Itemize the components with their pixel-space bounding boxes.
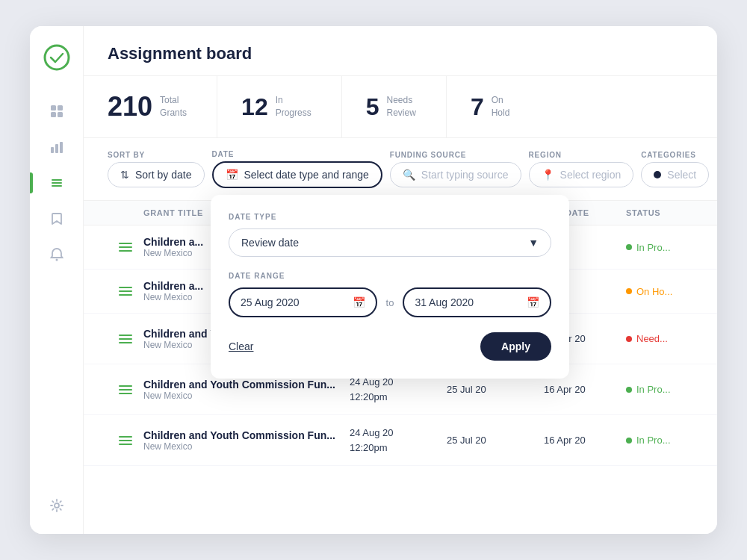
categories-filter-placeholder: Select (667, 169, 696, 181)
hamburger-icon (119, 335, 132, 343)
status-text: Need... (636, 333, 668, 344)
status-dot (626, 288, 632, 294)
total-grants-label: TotalGrants (160, 94, 187, 119)
stat-total-grants: 210 TotalGrants (108, 76, 217, 137)
header: Assignment board (84, 26, 717, 76)
search-icon: 🔍 (403, 169, 415, 181)
sidebar-item-bookmark[interactable] (40, 202, 73, 235)
categories-filter-button[interactable]: Select (641, 162, 709, 187)
date-received: 24 Aug 2012:20pm (350, 426, 447, 455)
status-text: In Pro... (636, 435, 671, 446)
region-filter-button[interactable]: 📍 Select region (529, 162, 634, 187)
funding-filter-button[interactable]: 🔍 Start typing source (390, 162, 521, 187)
svg-rect-7 (60, 142, 63, 153)
clear-button[interactable]: Clear (229, 340, 253, 352)
categories-filter-group: CATEGORIES Select (641, 151, 709, 187)
main-content: Assignment board 210 TotalGrants 12 InPr… (84, 26, 717, 534)
sidebar-item-grid[interactable] (40, 95, 73, 128)
sort-arrows-icon: ⇅ (120, 169, 129, 181)
grant-location: New Mexico (143, 441, 350, 452)
sidebar-item-bell[interactable] (40, 238, 73, 271)
chevron-down-icon: ▼ (528, 237, 539, 249)
status-dot (626, 244, 632, 250)
status-dot (626, 387, 632, 393)
sort-filter-label: SORT BY (108, 151, 205, 159)
date-range-row: 25 Aug 2020 📅 to 31 Aug 2020 📅 (229, 287, 551, 317)
categories-filter-label: CATEGORIES (641, 151, 709, 159)
region-filter-group: REGION 📍 Select region (529, 151, 634, 187)
svg-point-12 (55, 503, 59, 508)
date-dropdown: DATE TYPE Review date ▼ DATE RANGE 25 Au… (211, 195, 569, 379)
status-badge: Need... (626, 333, 693, 344)
start-calendar-icon: 📅 (353, 296, 365, 308)
start-date-input[interactable]: 25 Aug 2020 📅 (229, 287, 377, 317)
sidebar-item-chart[interactable] (40, 131, 73, 164)
apply-button[interactable]: Apply (480, 332, 551, 361)
svg-point-0 (45, 46, 69, 69)
sidebar-nav (30, 95, 83, 271)
svg-rect-2 (58, 105, 63, 111)
total-grants-number: 210 (108, 91, 152, 122)
grant-location: New Mexico (143, 391, 350, 401)
date-filter-value: Select date type and range (244, 169, 369, 181)
category-dot-icon (654, 171, 661, 178)
date-to-label: to (386, 297, 394, 308)
sidebar-item-list[interactable] (40, 167, 73, 199)
date-filter-label: DATE (212, 150, 382, 158)
date-type-value: Review date (241, 237, 299, 249)
col-status: STATUS (626, 208, 693, 217)
row-menu-icon (108, 287, 143, 296)
page-title: Assignment board (108, 44, 252, 63)
on-hold-label: OnHold (492, 94, 510, 119)
date-received: 24 Aug 2012:20pm (350, 375, 447, 404)
status-text: In Pro... (636, 242, 671, 253)
end-calendar-icon: 📅 (527, 296, 539, 308)
date-filter-button[interactable]: 📅 Select date type and range (212, 161, 382, 188)
sidebar-settings[interactable] (49, 498, 64, 516)
end-date-value: 31 Aug 2020 (415, 296, 474, 308)
date-filter-group: DATE 📅 Select date type and range (212, 150, 382, 188)
col-icon (108, 208, 143, 217)
region-filter-label: REGION (529, 151, 634, 159)
in-progress-number: 12 (241, 93, 268, 121)
table-row[interactable]: Children and Youth Commission Fun... New… (84, 415, 717, 466)
on-hold-number: 7 (471, 93, 484, 121)
row-menu-icon (108, 385, 143, 394)
stat-needs-review: 5 NeedsReview (366, 76, 447, 137)
svg-rect-4 (58, 112, 63, 117)
dropdown-actions: Clear Apply (229, 332, 551, 361)
status-text: On Ho... (636, 286, 672, 297)
sort-filter-button[interactable]: ⇅ Sort by date (108, 162, 205, 187)
svg-rect-6 (55, 144, 58, 153)
status-dot (626, 336, 632, 342)
hamburger-icon (119, 287, 132, 296)
row-menu-icon (108, 335, 143, 343)
funding-filter-placeholder: Start typing source (421, 169, 509, 181)
funding-filter-label: FUNDING SOURCE (390, 151, 521, 159)
hamburger-icon (119, 436, 132, 445)
end-date-input[interactable]: 31 Aug 2020 📅 (403, 287, 551, 317)
review-date: 25 Jul 20 (447, 382, 544, 397)
due-date: 16 Apr 20 (544, 433, 626, 448)
date-type-select[interactable]: Review date ▼ (229, 228, 551, 257)
svg-point-11 (55, 259, 58, 261)
sort-filter-value: Sort by date (135, 169, 192, 181)
start-date-value: 25 Aug 2020 (241, 296, 300, 308)
needs-review-number: 5 (366, 93, 379, 121)
hamburger-icon (119, 385, 132, 394)
svg-rect-3 (51, 112, 56, 117)
status-text: In Pro... (636, 384, 671, 395)
status-badge: In Pro... (626, 384, 693, 395)
review-date: 25 Jul 20 (447, 433, 544, 448)
status-badge: In Pro... (626, 435, 693, 446)
location-icon: 📍 (542, 169, 554, 181)
sidebar (30, 26, 84, 534)
hamburger-icon (119, 243, 132, 252)
funding-filter-group: FUNDING SOURCE 🔍 Start typing source (390, 151, 521, 187)
date-type-section-label: DATE TYPE (229, 213, 551, 221)
svg-rect-5 (51, 147, 54, 153)
logo (43, 44, 70, 71)
row-menu-icon (108, 243, 143, 252)
due-date: 16 Apr 20 (544, 382, 626, 397)
sort-filter-group: SORT BY ⇅ Sort by date (108, 151, 205, 187)
